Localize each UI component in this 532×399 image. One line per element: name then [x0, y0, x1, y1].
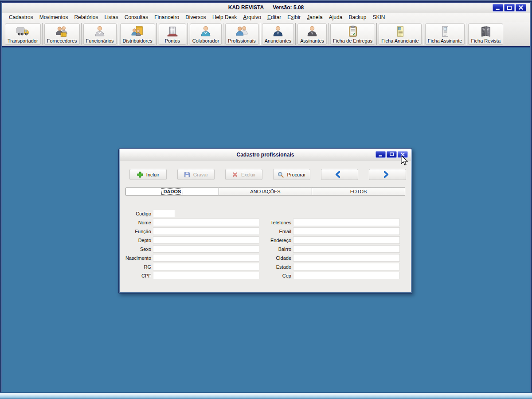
- estado-input[interactable]: [293, 263, 400, 270]
- toolbar-button-assinantes[interactable]: Assinantes: [297, 23, 327, 45]
- toolbar-separator: [81, 23, 82, 45]
- menu-item-cadastros[interactable]: Cadastros: [6, 13, 36, 22]
- person-dark-icon: [305, 25, 319, 38]
- rg-input[interactable]: [153, 263, 259, 270]
- maximize-icon: [505, 4, 514, 12]
- toolbar-button-fornecedores[interactable]: Fornecedores: [44, 23, 80, 45]
- close-icon: [516, 4, 526, 12]
- toolbar-label: Ficha Revista: [471, 38, 501, 44]
- book-icon: [479, 25, 493, 38]
- cursor-arrow-icon: [401, 155, 408, 166]
- toolbar-label: Pontos: [165, 38, 180, 44]
- close-button[interactable]: [516, 4, 526, 12]
- document-gray-icon: [438, 25, 452, 38]
- email-input[interactable]: [293, 227, 400, 235]
- endereco-input[interactable]: [293, 236, 400, 244]
- person-teal-icon: [199, 25, 213, 38]
- app-title: KAD REVISTA: [228, 4, 264, 11]
- toolbar-label: Ficha Assinante: [428, 38, 462, 44]
- toolbar-separator: [156, 23, 157, 45]
- cep-input[interactable]: [293, 272, 400, 279]
- menu-item-listas[interactable]: Listas: [101, 13, 121, 22]
- menu-item-backup[interactable]: Backup: [345, 13, 369, 22]
- minimize-icon: [493, 4, 503, 12]
- menu-item-skin[interactable]: SKIN: [369, 13, 388, 22]
- toolbar-button-anunciantes[interactable]: Anunciantes: [262, 23, 294, 45]
- tab-fotos[interactable]: FOTOS: [312, 187, 405, 196]
- tab-anotacoes[interactable]: ANOTAÇÕES: [219, 187, 312, 196]
- field-label-bairro: Bairro: [253, 246, 291, 253]
- menu-item-financeiro[interactable]: Financeiro: [151, 13, 182, 22]
- person-gray-icon: [93, 25, 107, 38]
- menu-item-help-desk[interactable]: Help Desk: [209, 13, 240, 22]
- next-record-button[interactable]: [369, 169, 406, 180]
- nome-input[interactable]: [153, 219, 259, 226]
- menu-bar: Cadastros Movimentos Relatórios Listas C…: [2, 13, 530, 22]
- menu-item-exibir[interactable]: Exibir: [284, 13, 304, 22]
- toolbar-button-profissionais[interactable]: Profissionais: [225, 23, 258, 45]
- minimize-button[interactable]: [493, 4, 503, 12]
- toolbar-button-transportador[interactable]: Transportador: [5, 23, 41, 45]
- window-frame-right: [530, 2, 532, 393]
- field-label-cpf: CPF: [120, 272, 151, 280]
- toolbar-button-ficha-de-entregas[interactable]: Ficha de Entregas: [330, 23, 375, 45]
- bairro-input[interactable]: [293, 245, 400, 253]
- toolbar-label: Transportador: [8, 38, 38, 44]
- people-folder-icon: [130, 25, 145, 38]
- menu-item-diversos[interactable]: Diversos: [182, 13, 209, 22]
- toolbar-separator: [376, 23, 377, 45]
- main-toolbar: Transportador Fornecedores Funcionários: [2, 22, 530, 47]
- toolbar-button-ficha-anunciante[interactable]: Ficha Anunciante: [379, 23, 421, 45]
- toolbar-separator: [42, 23, 43, 45]
- toolbar-separator: [118, 23, 119, 45]
- codigo-input[interactable]: [153, 210, 175, 217]
- cpf-input[interactable]: [153, 272, 259, 279]
- toolbar-button-distribuidores[interactable]: Distribuidores: [120, 23, 155, 45]
- dialog-maximize-button[interactable]: [387, 151, 397, 158]
- toolbar-button-ficha-revista[interactable]: Ficha Revista: [468, 23, 503, 45]
- sexo-input[interactable]: [153, 245, 259, 253]
- menu-item-janela[interactable]: Janela: [304, 13, 325, 22]
- delete-x-icon: [232, 172, 238, 178]
- gravar-label: Gravar: [193, 172, 208, 177]
- dialog-cadastro-profissionais: Cadastro profissionais Incluir: [118, 148, 412, 293]
- building-icon: [165, 25, 180, 38]
- search-icon: [278, 172, 284, 178]
- previous-record-button[interactable]: [321, 169, 358, 180]
- maximize-button[interactable]: [504, 4, 515, 12]
- toolbar-button-ficha-assinante[interactable]: Ficha Assinante: [425, 23, 465, 45]
- toolbar-button-colaborador[interactable]: Colaborador: [190, 23, 222, 45]
- menu-item-arquivo[interactable]: Arquivo: [240, 13, 264, 22]
- gravar-button[interactable]: Gravar: [177, 169, 215, 180]
- toolbar-label: Ficha Anunciante: [381, 38, 419, 44]
- toolbar-separator: [328, 23, 329, 45]
- field-label-nascimento: Nascimento: [120, 254, 151, 262]
- main-title: KAD REVISTA Versão: 5.08: [228, 4, 304, 11]
- funcao-input[interactable]: [153, 227, 259, 235]
- menu-item-editar[interactable]: Editar: [264, 13, 284, 22]
- field-label-endereco: Endereço: [253, 237, 291, 244]
- toolbar-button-pontos[interactable]: Pontos: [159, 23, 186, 45]
- menu-item-ajuda[interactable]: Ajuda: [326, 13, 346, 22]
- two-people-icon: [235, 25, 249, 38]
- menu-item-consultas[interactable]: Consultas: [121, 13, 151, 22]
- procurar-button[interactable]: Procurar: [273, 169, 310, 180]
- dialog-minimize-button[interactable]: [376, 151, 386, 158]
- menu-item-movimentos[interactable]: Movimentos: [36, 13, 71, 22]
- toolbar-separator: [295, 23, 296, 45]
- person-suit-icon: [271, 25, 285, 38]
- incluir-button[interactable]: Incluir: [129, 169, 167, 180]
- cidade-input[interactable]: [293, 254, 400, 262]
- plus-icon: [137, 172, 143, 178]
- toolbar-button-funcionarios[interactable]: Funcionários: [83, 23, 117, 45]
- telefones-input[interactable]: [293, 219, 400, 226]
- excluir-button[interactable]: Excluir: [225, 169, 262, 180]
- depto-input[interactable]: [153, 236, 259, 244]
- menu-item-relatorios[interactable]: Relatórios: [71, 13, 101, 22]
- app-version: Versão: 5.08: [273, 4, 304, 11]
- tab-dados[interactable]: DADOS: [125, 187, 219, 196]
- toolbar-label: Anunciantes: [265, 38, 292, 44]
- field-label-cep: Cep: [253, 272, 291, 280]
- field-label-depto: Depto: [120, 237, 151, 244]
- nascimento-input[interactable]: [153, 254, 259, 262]
